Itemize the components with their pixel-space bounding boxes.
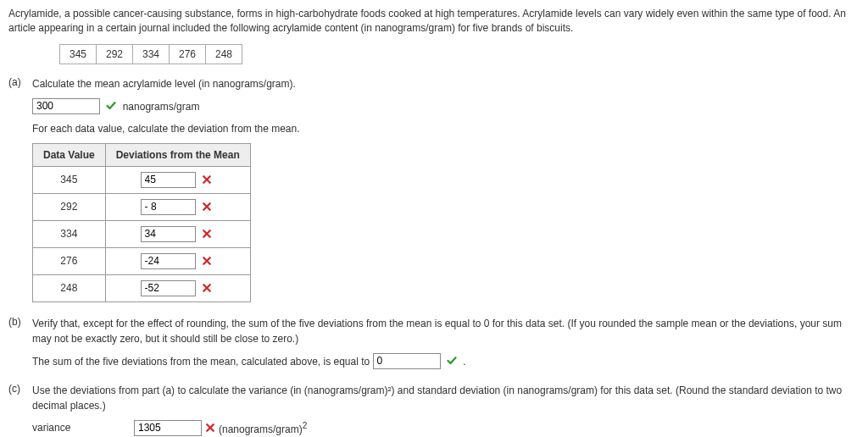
cross-icon bbox=[202, 202, 212, 212]
deviation-input[interactable] bbox=[141, 172, 196, 188]
deviation-input[interactable] bbox=[141, 280, 196, 296]
cell-data-value: 345 bbox=[33, 166, 106, 193]
th-deviations: Deviations from the Mean bbox=[105, 143, 250, 166]
period: . bbox=[463, 355, 465, 367]
cell-data-value: 276 bbox=[33, 247, 106, 274]
variance-label: variance bbox=[32, 422, 134, 434]
part-a: (a) Calculate the mean acrylamide level … bbox=[8, 76, 860, 302]
deviation-table: Data Value Deviations from the Mean 345 … bbox=[32, 143, 251, 302]
table-row: 248 bbox=[33, 274, 251, 301]
cross-icon bbox=[205, 423, 215, 433]
cell-data-value: 248 bbox=[33, 274, 106, 301]
data-cell: 345 bbox=[59, 44, 97, 64]
data-cell: 334 bbox=[132, 44, 170, 64]
cross-icon bbox=[202, 256, 212, 266]
th-data-value: Data Value bbox=[33, 143, 106, 166]
check-icon bbox=[106, 101, 116, 111]
part-a-q1: Calculate the mean acrylamide level (in … bbox=[32, 76, 860, 91]
deviation-input[interactable] bbox=[141, 199, 196, 215]
part-b-stmt: The sum of the five deviations from the … bbox=[32, 355, 370, 367]
deviation-input[interactable] bbox=[141, 226, 196, 242]
cross-icon bbox=[202, 229, 212, 239]
cross-icon bbox=[202, 174, 212, 185]
intro-text: Acrylamide, a possible cancer-causing su… bbox=[8, 7, 860, 36]
cross-icon bbox=[202, 283, 212, 293]
part-a-label: (a) bbox=[8, 76, 21, 88]
cell-data-value: 334 bbox=[33, 220, 106, 247]
part-b-q: Verify that, except for the effect of ro… bbox=[32, 316, 860, 346]
mean-input[interactable] bbox=[32, 98, 100, 114]
check-icon bbox=[447, 356, 457, 366]
part-b: (b) Verify that, except for the effect o… bbox=[8, 316, 860, 369]
table-row: 334 bbox=[33, 220, 251, 247]
table-row: 292 bbox=[33, 193, 251, 220]
data-cell: 276 bbox=[169, 44, 206, 64]
table-row: 276 bbox=[33, 247, 251, 274]
variance-input[interactable] bbox=[134, 420, 202, 436]
part-c-q: Use the deviations from part (a) to calc… bbox=[32, 383, 860, 413]
variance-unit: (nanograms/gram)2 bbox=[219, 421, 307, 435]
sum-input[interactable] bbox=[373, 353, 441, 369]
deviation-input[interactable] bbox=[141, 253, 196, 269]
mean-unit: nanograms/gram bbox=[123, 100, 200, 112]
data-value-strip: 345 292 334 276 248 bbox=[59, 44, 860, 64]
part-c-label: (c) bbox=[8, 383, 20, 395]
part-c: (c) Use the deviations from part (a) to … bbox=[8, 383, 860, 437]
data-cell: 292 bbox=[96, 44, 133, 64]
table-row: 345 bbox=[33, 166, 251, 193]
part-b-label: (b) bbox=[8, 316, 21, 328]
cell-data-value: 292 bbox=[33, 193, 106, 220]
part-a-q2: For each data value, calculate the devia… bbox=[32, 121, 860, 136]
data-cell: 248 bbox=[205, 44, 242, 64]
